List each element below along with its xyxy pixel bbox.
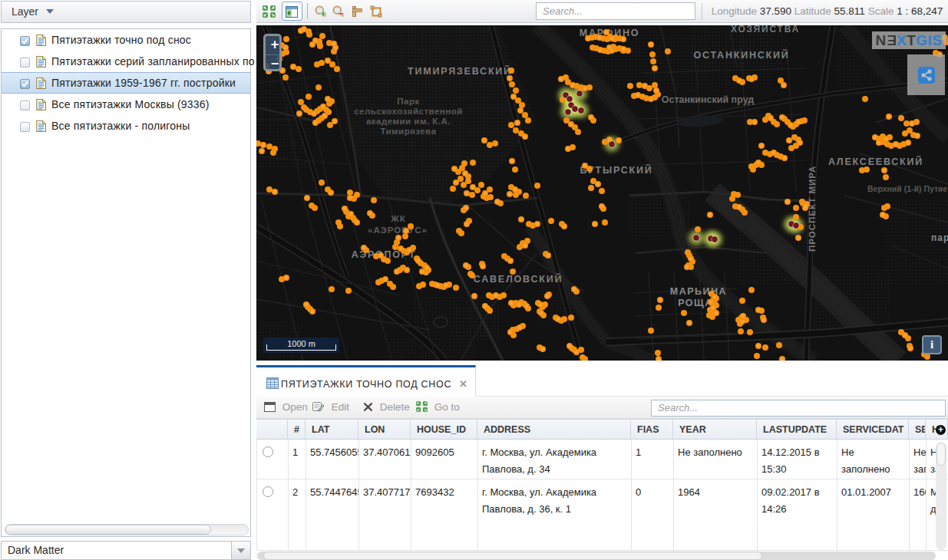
svg-text:ТИМИРЯЗЕВСКИЙ: ТИМИРЯЗЕВСКИЙ <box>408 65 512 77</box>
svg-text:Верхний (1-й) Путяе: Верхний (1-й) Путяе <box>867 184 947 193</box>
svg-text:Парк: Парк <box>397 97 419 106</box>
svg-text:ОСТАНКИНСКИЙ: ОСТАНКИНСКИЙ <box>693 49 789 61</box>
svg-text:АЛЕКСЕЕВСКИЙ: АЛЕКСЕЕВСКИЙ <box>828 156 923 167</box>
svg-text:пар: пар <box>931 232 948 243</box>
svg-text:Тимирязева: Тимирязева <box>380 127 436 136</box>
svg-text:РОЩА: РОЩА <box>678 298 713 308</box>
svg-text:«АЭРОБУС»: «АЭРОБУС» <box>368 226 428 235</box>
svg-text:Останкинский пруд: Останкинский пруд <box>662 94 755 105</box>
svg-text:ЖК: ЖК <box>390 214 405 223</box>
svg-text:ХОЗЯЙСТВА: ХОЗЯЙСТВА <box>731 25 800 35</box>
svg-text:академии им. К.А.: академии им. К.А. <box>366 117 451 126</box>
svg-text:сельскохозяйственной: сельскохозяйственной <box>354 107 463 116</box>
svg-text:САВЕЛОВСКИЙ: САВЕЛОВСКИЙ <box>474 273 563 285</box>
svg-text:МАРЬИНА: МАРЬИНА <box>670 286 727 297</box>
svg-text:ПРОСПЕКТ МИРА: ПРОСПЕКТ МИРА <box>808 166 817 252</box>
